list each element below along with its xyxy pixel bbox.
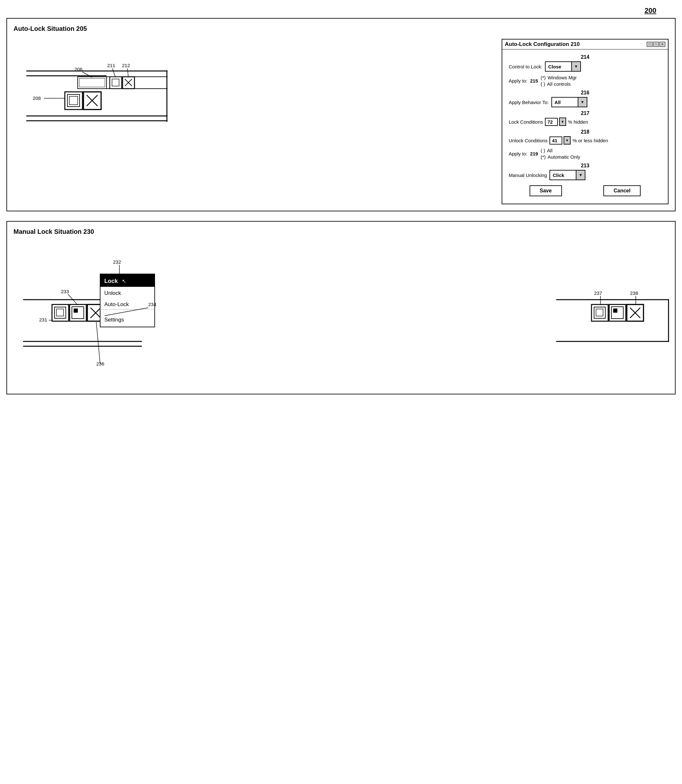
- svg-line-29: [127, 69, 128, 77]
- config-titlebar: Auto-Lock Configuration 210 □ □ ✕: [502, 40, 668, 49]
- unlock-conditions-row: Unlock Conditions 41 ▼ % or less hidden: [509, 136, 661, 145]
- unlock-conditions-suffix: % or less hidden: [572, 138, 608, 143]
- radio-automatic-only[interactable]: (*) Automatic Only: [540, 154, 580, 160]
- section-217-num: 217: [509, 110, 661, 116]
- apply-behavior-label: Apply Behavior To:: [509, 99, 549, 105]
- apply-to-215-label: Apply to:: [509, 78, 527, 83]
- section-214-num: 214: [509, 54, 661, 60]
- svg-text:Auto-Lock: Auto-Lock: [104, 301, 129, 307]
- apply-to-215-options: (*) Windows Mgr ( ) All controls: [540, 75, 577, 87]
- config-dialog-title: Auto-Lock Configuration 210: [505, 41, 580, 48]
- svg-text:Unlock: Unlock: [104, 290, 121, 296]
- control-to-lock-row: Control to Lock: Close ▼: [509, 61, 661, 72]
- svg-line-60: [96, 322, 100, 364]
- svg-rect-69: [613, 309, 617, 313]
- control-to-lock-arrow[interactable]: ▼: [571, 62, 580, 71]
- manual-lock-layout: Lock ↖ Unlock Auto-Lock Settings 231 233: [13, 242, 669, 387]
- config-buttons: Save Cancel: [509, 185, 661, 199]
- manual-lock-drawing-left: Lock ↖ Unlock Auto-Lock Settings 231 233: [13, 242, 527, 387]
- svg-text:237: 237: [594, 291, 602, 296]
- manual-unlocking-value: Click: [550, 171, 576, 179]
- unlock-conditions-value: 41: [552, 138, 558, 143]
- titlebar-icons: □ □ ✕: [647, 42, 665, 47]
- svg-rect-17: [69, 96, 78, 105]
- radio-all-219-label: All: [547, 148, 553, 153]
- cancel-button[interactable]: Cancel: [603, 185, 641, 196]
- apply-behavior-dropdown[interactable]: All ▼: [551, 97, 587, 107]
- save-button[interactable]: Save: [529, 185, 562, 196]
- svg-text:206: 206: [75, 67, 83, 72]
- auto-lock-situation-box: Auto-Lock Situation 205: [6, 18, 676, 211]
- svg-text:231: 231: [39, 317, 47, 323]
- config-dialog: Auto-Lock Configuration 210 □ □ ✕ 214 Co…: [502, 39, 669, 204]
- apply-behavior-value: All: [552, 99, 578, 106]
- radio-automatic-only-label: Automatic Only: [548, 154, 580, 160]
- svg-text:233: 233: [61, 289, 69, 294]
- manual-lock-situation-box: Manual Lock Situation 230: [6, 221, 676, 394]
- radio-all-controls[interactable]: ( ) All controls: [540, 81, 577, 87]
- unlock-conditions-label: Unlock Conditions: [509, 138, 548, 143]
- svg-text:211: 211: [107, 62, 115, 68]
- svg-text:Lock: Lock: [104, 278, 118, 284]
- radio-windows-mgr-label: Windows Mgr: [548, 75, 577, 80]
- auto-lock-title: Auto-Lock Situation 205: [13, 25, 669, 32]
- manual-lock-title: Manual Lock Situation 230: [13, 228, 669, 235]
- section-213-num: 213: [509, 163, 661, 169]
- svg-rect-7: [78, 77, 107, 89]
- apply-to-215-row: Apply to: 215 (*) Windows Mgr ( ) All co…: [509, 75, 661, 87]
- svg-rect-10: [112, 79, 119, 86]
- apply-behavior-arrow[interactable]: ▼: [578, 97, 587, 107]
- manual-lock-svg-right: 237 238: [547, 242, 681, 386]
- radio-all-controls-btn: ( ): [540, 81, 545, 87]
- svg-text:208: 208: [33, 96, 41, 101]
- config-dialog-window: Auto-Lock Configuration 210 □ □ ✕ 214 Co…: [502, 39, 669, 204]
- manual-unlocking-dropdown[interactable]: Click ▼: [550, 170, 585, 180]
- lock-conditions-arrow[interactable]: ▼: [559, 118, 566, 126]
- control-to-lock-label: Control to Lock:: [509, 64, 542, 69]
- manual-lock-drawing-right: 237 238: [547, 242, 669, 387]
- apply-to-219-options: ( ) All (*) Automatic Only: [540, 148, 580, 160]
- section-215-num: 215: [530, 78, 538, 83]
- radio-windows-mgr[interactable]: (*) Windows Mgr: [540, 75, 577, 80]
- radio-windows-mgr-btn: (*): [540, 75, 546, 80]
- apply-behavior-row: Apply Behavior To: All ▼: [509, 97, 661, 107]
- lock-conditions-suffix: % hidden: [568, 119, 588, 125]
- svg-text:Settings: Settings: [104, 317, 124, 323]
- section-216-num: 216: [509, 90, 661, 96]
- radio-all-controls-label: All controls: [547, 81, 570, 87]
- config-body: 214 Control to Lock: Close ▼ Apply to: 2…: [502, 49, 668, 204]
- titlebar-close-icon[interactable]: ✕: [660, 42, 665, 47]
- auto-lock-layout: 208 206 211 212 Auto-Lock Co: [13, 39, 669, 204]
- page-number: 200: [6, 6, 676, 15]
- svg-text:232: 232: [113, 259, 121, 265]
- manual-unlocking-label: Manual Unlocking: [509, 172, 547, 178]
- radio-all-219[interactable]: ( ) All: [540, 148, 580, 153]
- radio-all-219-btn: ( ): [540, 148, 545, 153]
- apply-to-219-row: Apply to: 219 ( ) All (*) Automatic Only: [509, 148, 661, 160]
- section-219-num: 219: [530, 151, 538, 156]
- apply-to-219-label: Apply to:: [509, 151, 527, 156]
- lock-conditions-value: 72: [548, 119, 553, 125]
- control-to-lock-value: Close: [546, 63, 571, 70]
- section-218-num: 218: [509, 129, 661, 135]
- svg-text:234: 234: [148, 302, 156, 307]
- unlock-conditions-value-box[interactable]: 41: [550, 136, 562, 145]
- lock-conditions-row: Lock Conditions 72 ▼ % hidden: [509, 118, 661, 126]
- manual-lock-svg-left: Lock ↖ Unlock Auto-Lock Settings 231 233: [13, 242, 238, 386]
- auto-lock-drawing: 208 206 211 212: [13, 39, 492, 142]
- svg-line-27: [112, 69, 116, 77]
- lock-conditions-value-box[interactable]: 72: [545, 118, 558, 126]
- svg-rect-35: [56, 309, 64, 316]
- svg-rect-38: [74, 309, 78, 313]
- manual-unlocking-arrow[interactable]: ▼: [576, 171, 585, 180]
- lock-conditions-label: Lock Conditions: [509, 119, 543, 125]
- svg-text:↖: ↖: [122, 278, 126, 284]
- svg-text:238: 238: [630, 291, 638, 296]
- control-to-lock-dropdown[interactable]: Close ▼: [545, 61, 581, 72]
- unlock-conditions-arrow[interactable]: ▼: [564, 136, 570, 145]
- svg-text:212: 212: [122, 62, 130, 68]
- titlebar-restore-icon[interactable]: □: [653, 42, 659, 47]
- titlebar-minimize-icon[interactable]: □: [647, 42, 652, 47]
- auto-lock-svg: 208 206 211 212: [13, 39, 190, 135]
- manual-unlocking-row: Manual Unlocking Click ▼: [509, 170, 661, 180]
